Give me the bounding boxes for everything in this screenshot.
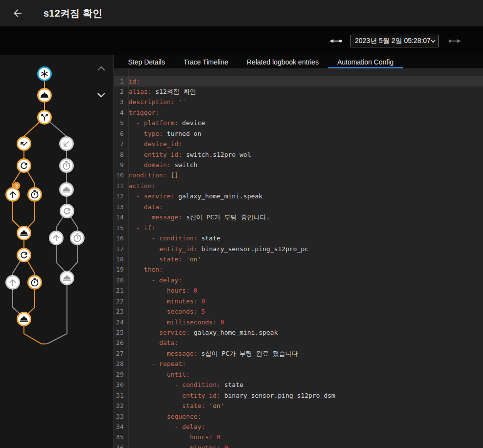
trace-graph-panel: 3 (0, 55, 113, 448)
trace-toolbar: 2023년 5월 2일 05:28:07 (0, 26, 483, 55)
iteration-badge: 3 (13, 182, 21, 190)
graph-node-bell-icon[interactable] (38, 89, 51, 102)
line-number: 10 (114, 170, 126, 180)
line-content: alias: s12켜짐 확인 (126, 86, 196, 97)
code-line: 14 message: s십이 PC가 부팅 중입니다. (114, 212, 483, 222)
graph-node-up-icon[interactable] (6, 188, 20, 201)
code-line: 10condition: [] (114, 170, 483, 180)
code-line: 28 - repeat: (114, 359, 483, 369)
line-content: description: '' (126, 97, 186, 107)
graph-node-bell-icon[interactable] (18, 227, 31, 240)
line-number: 18 (114, 254, 126, 264)
code-line: 19 then: (114, 264, 483, 275)
graph-node-refresh-icon[interactable] (18, 249, 31, 262)
graph-node-split-icon[interactable] (38, 111, 51, 124)
code-line: 18 state: 'on' (114, 254, 483, 264)
graph-node-asterisk-icon[interactable] (38, 67, 51, 81)
tab-trace-timeline[interactable]: Trace Timeline (174, 55, 237, 68)
graph-node-up-icon[interactable] (6, 276, 20, 289)
graph-node-bell-icon[interactable] (61, 272, 74, 285)
line-content: action: (126, 181, 155, 191)
code-line: 22 minutes: 0 (114, 296, 483, 306)
line-content: data: (126, 202, 163, 212)
line-number: 19 (114, 264, 126, 275)
line-number: 34 (114, 422, 126, 432)
graph-node-timer-icon[interactable] (28, 188, 42, 201)
line-number: 13 (114, 202, 126, 212)
code-line: 3description: '' (114, 97, 483, 107)
trace-graph: 3 (0, 55, 113, 448)
pan-up-icon[interactable] (97, 66, 106, 72)
code-line: 7 device_id: (114, 139, 483, 149)
graph-node-refresh-icon[interactable] (18, 159, 31, 172)
code-line: 36 minutes: 0 (114, 443, 483, 448)
code-line: 27 message: s십이 PC가 부팅 완료 됐습니다 (114, 348, 483, 359)
tab-automation-config[interactable]: Automation Config (328, 55, 403, 68)
tab-step-details[interactable]: Step Details (119, 55, 174, 68)
line-number: 21 (114, 285, 126, 296)
next-trace-icon[interactable] (447, 37, 461, 45)
line-content: trigger: (126, 107, 159, 118)
chevron-down-icon (431, 40, 436, 43)
line-number: 25 (114, 327, 126, 338)
code-line: 9 domain: switch (114, 160, 483, 170)
tab-related-logbook-entries[interactable]: Related logbook entries (238, 55, 328, 68)
line-content: - condition: state (126, 380, 243, 390)
line-number: 3 (114, 97, 126, 107)
code-line: 5 - platform: device (114, 118, 483, 128)
code-line: 20 - delay: (114, 275, 483, 285)
code-line: 11action: (114, 181, 483, 191)
trace-detail-panel: Step DetailsTrace TimelineRelated logboo… (113, 55, 483, 448)
graph-node-timer-icon[interactable] (60, 159, 73, 172)
previous-trace-icon[interactable] (329, 37, 343, 45)
code-line: 31 entity_id: binary_sensor.ping_s12pro_… (114, 390, 483, 401)
line-content: condition: [] (126, 170, 178, 180)
line-content: data: (126, 338, 178, 348)
line-number: 23 (114, 306, 126, 317)
automation-config-code[interactable]: 1id:2alias: s12켜짐 확인3description: ''4tri… (114, 68, 483, 448)
line-number: 15 (114, 223, 126, 233)
back-arrow-icon[interactable] (12, 7, 23, 19)
line-content: message: s십이 PC가 부팅 완료 됐습니다 (126, 348, 298, 359)
code-line: 15 - if: (114, 223, 483, 233)
code-line: 35 hours: 0 (114, 432, 483, 442)
line-number: 6 (114, 128, 126, 139)
line-content: state: 'on' (126, 254, 201, 264)
line-content: type: turned_on (126, 128, 201, 139)
code-line: 17 entity_id: binary_sensor.ping_s12pro_… (114, 244, 483, 254)
line-content: entity_id: switch.s12pro_wol (126, 149, 251, 160)
code-line: 29 until: (114, 369, 483, 380)
line-number: 27 (114, 348, 126, 359)
line-number: 9 (114, 160, 126, 170)
line-content: then: (126, 264, 163, 275)
graph-node-refresh-icon[interactable] (61, 205, 74, 218)
line-number: 12 (114, 191, 126, 201)
graph-node-timer-icon[interactable] (71, 232, 84, 245)
line-number: 32 (114, 401, 126, 411)
graph-node-up-icon[interactable] (50, 232, 63, 245)
line-number: 22 (114, 296, 126, 306)
line-number: 30 (114, 380, 126, 390)
code-line: 32 state: 'on' (114, 401, 483, 411)
line-number: 1 (114, 76, 126, 86)
graph-node-timer-icon[interactable] (28, 276, 42, 289)
line-number: 29 (114, 369, 126, 380)
code-line: 24 milliseconds: 0 (114, 317, 483, 327)
graph-node-bell-icon[interactable] (18, 313, 31, 326)
graph-node-bell-icon[interactable] (60, 183, 73, 196)
line-content: - delay: (126, 275, 182, 285)
graph-node-cond-icon[interactable] (18, 137, 31, 150)
line-content: - condition: state (126, 233, 220, 243)
line-number: 2 (114, 86, 126, 97)
line-number: 35 (114, 432, 126, 442)
line-content: - delay: (126, 422, 205, 432)
graph-node-callback-icon[interactable] (60, 137, 73, 150)
code-line: 26 data: (114, 338, 483, 348)
line-content: milliseconds: 0 (126, 317, 224, 327)
code-line: 16 - condition: state (114, 233, 483, 243)
tabs: Step DetailsTrace TimelineRelated logboo… (114, 55, 483, 68)
datetime-select[interactable]: 2023년 5월 2일 05:28:07 (351, 35, 439, 47)
code-line: 2alias: s12켜짐 확인 (114, 86, 483, 97)
code-line: 34 - delay: (114, 422, 483, 432)
pan-down-icon[interactable] (97, 92, 106, 98)
